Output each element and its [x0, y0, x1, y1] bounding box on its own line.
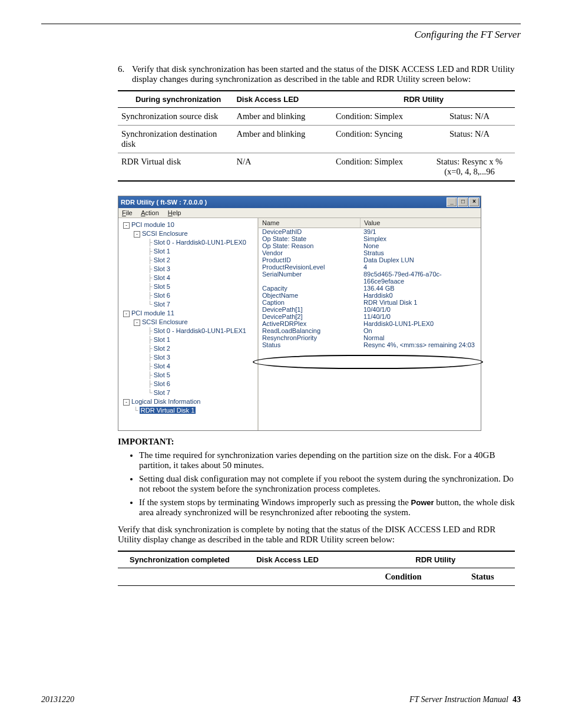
paragraph: Verify that disk synchronization is comp… — [118, 525, 515, 545]
footer-date: 20131220 — [41, 695, 74, 704]
table-cell: RDR Virtual disk — [118, 153, 233, 182]
table-cell: Status: N/A — [424, 126, 515, 153]
list-item: Setting dual disk configuration may not … — [139, 474, 515, 494]
list-item: The time required for synchronization va… — [139, 450, 515, 470]
menu-action[interactable]: Action — [141, 209, 159, 216]
col-name[interactable]: Name — [259, 218, 361, 228]
rdr-utility-window: RDR Utility ( ft-SW : 7.0.0.0 ) _ □ × Fi… — [118, 196, 481, 431]
table-cell: Synchronization source disk — [118, 108, 233, 126]
close-icon[interactable]: × — [469, 197, 480, 207]
col-value[interactable]: Value — [361, 218, 481, 228]
section-header: Configuring the FT Server — [41, 29, 521, 41]
table-cell: Amber and blinking — [233, 126, 332, 153]
table-cell: Condition: Simplex — [332, 153, 424, 182]
tree-selected[interactable]: RDR Virtual Disk 1 — [140, 407, 196, 414]
table-cell: Condition: Syncing — [332, 126, 424, 153]
table-cell: N/A — [233, 153, 332, 182]
th-rdr: RDR Utility — [332, 91, 515, 108]
th-rdr2: RDR Utility — [356, 551, 515, 568]
sync-complete-table: Synchronization completed Disk Access LE… — [118, 551, 515, 586]
minimize-icon[interactable]: _ — [447, 197, 457, 207]
footer-manual: FT Server Instruction Manual 43 — [409, 695, 521, 704]
th-led: Disk Access LED — [233, 91, 332, 108]
th-during: During synchronization — [118, 91, 233, 108]
important-heading: IMPORTANT: — [118, 437, 515, 447]
menu-file[interactable]: File — [122, 209, 133, 216]
th-led2: Disk Access LED — [253, 551, 356, 568]
highlight-oval — [253, 355, 483, 369]
table-cell: Status: Resync x % (x=0, 4, 8,...96 — [424, 153, 515, 182]
table-cell: Amber and blinking — [233, 108, 332, 126]
step-number: 6. — [118, 64, 132, 84]
maximize-icon[interactable]: □ — [458, 197, 468, 207]
menubar: File Action Help — [118, 208, 481, 218]
tree-pane[interactable]: -PCI module 10 -SCSI Enclosure ├Slot 0 -… — [118, 218, 259, 430]
sync-table: During synchronization Disk Access LED R… — [118, 90, 515, 182]
properties-list: DevicePathID39/1 Op State: StateSimplex … — [259, 228, 481, 430]
table-cell: Status: N/A — [424, 108, 515, 126]
sub-status: Status — [450, 568, 515, 586]
step-text: Verify that disk synchronization has bee… — [132, 64, 515, 84]
list-item: If the system stops by terminating Windo… — [139, 498, 515, 518]
sub-condition: Condition — [356, 568, 450, 586]
menu-help[interactable]: Help — [168, 209, 181, 216]
table-cell: Condition: Simplex — [332, 108, 424, 126]
th-complete: Synchronization completed — [118, 551, 253, 568]
table-cell: Synchronization destination disk — [118, 126, 233, 153]
window-title: RDR Utility ( ft-SW : 7.0.0.0 ) — [121, 199, 207, 206]
